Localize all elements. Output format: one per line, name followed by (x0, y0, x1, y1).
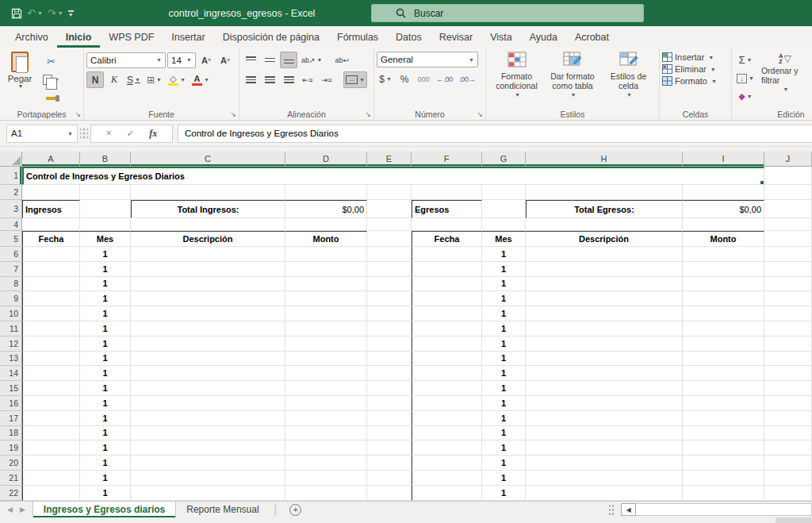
cell-C13[interactable] (131, 352, 285, 367)
cell-E14[interactable] (367, 366, 412, 381)
cell-E9[interactable] (367, 291, 412, 306)
number-format-combo[interactable]: General▼ (377, 52, 478, 67)
font-family-combo[interactable]: Calibri▼ (86, 52, 166, 68)
cell-J21[interactable] (764, 471, 812, 486)
orientation-button[interactable]: ab↗▼ (299, 52, 325, 68)
cell-D14[interactable] (285, 366, 367, 381)
cell-F8[interactable] (412, 277, 482, 292)
cell-B5[interactable]: Mes (80, 231, 131, 247)
cell-C4[interactable] (131, 218, 285, 231)
cell-C14[interactable] (131, 366, 285, 381)
cell-I16[interactable] (683, 396, 764, 411)
fill-color-button[interactable]: ◇▼ (166, 71, 188, 88)
column-header-A[interactable]: A (22, 152, 80, 167)
cell-G15[interactable]: 1 (482, 381, 526, 396)
cell-E19[interactable] (367, 440, 412, 456)
cell-J11[interactable] (764, 321, 812, 336)
cell-D21[interactable] (285, 471, 367, 486)
conditional-format-button[interactable]: Formato condicional▼ (489, 52, 545, 107)
cell-G12[interactable]: 1 (482, 336, 526, 352)
cell-J6[interactable] (764, 247, 812, 262)
column-header-H[interactable]: H (526, 152, 683, 167)
cell-I4[interactable] (683, 218, 764, 231)
cell-A20[interactable] (22, 456, 80, 471)
cell-J10[interactable] (764, 306, 812, 321)
cell-D12[interactable] (285, 336, 367, 352)
cell-J2[interactable] (764, 185, 812, 200)
cell-J15[interactable] (764, 381, 812, 396)
cell-D20[interactable] (285, 456, 367, 471)
row-header-14[interactable]: 14 (0, 366, 22, 381)
cell-D7[interactable] (285, 262, 367, 277)
cell-B10[interactable]: 1 (80, 306, 131, 321)
cell-H10[interactable] (526, 306, 683, 321)
paste-button[interactable]: Pegar ▼ (2, 52, 37, 107)
bold-button[interactable]: N (86, 71, 104, 88)
cell-G6[interactable]: 1 (482, 247, 526, 262)
formula-bar-splitter[interactable] (80, 127, 88, 140)
cell-D5[interactable]: Monto (285, 231, 367, 247)
row-header-13[interactable]: 13 (0, 352, 22, 367)
cell-I18[interactable] (683, 426, 764, 441)
cell-E16[interactable] (367, 396, 412, 411)
dialog-launcher-icon[interactable]: ↘ (477, 110, 483, 118)
cell-G19[interactable]: 1 (482, 440, 526, 456)
cell-D13[interactable] (285, 352, 367, 367)
column-header-C[interactable]: C (131, 152, 285, 167)
cell-C16[interactable] (131, 396, 285, 411)
cell-F16[interactable] (412, 396, 482, 411)
italic-button[interactable]: K (105, 71, 123, 88)
format-painter-button[interactable] (40, 90, 62, 106)
cell-H17[interactable] (526, 411, 683, 426)
scrollbar-splitter-handle[interactable] (608, 504, 615, 515)
cell-G18[interactable]: 1 (482, 426, 526, 441)
cell-B19[interactable]: 1 (80, 440, 131, 456)
cell-D6[interactable] (285, 247, 367, 262)
cell-H6[interactable] (526, 247, 683, 262)
row-header-12[interactable]: 12 (0, 336, 22, 352)
tab-archivo[interactable]: Archivo (6, 26, 57, 48)
cell-B9[interactable]: 1 (80, 291, 131, 306)
cell-D10[interactable] (285, 306, 367, 321)
accept-entry-button[interactable]: ✓ (126, 128, 134, 139)
clear-button[interactable]: ◆▼ (734, 88, 756, 105)
cell-E22[interactable] (367, 486, 412, 501)
cell-E15[interactable] (367, 381, 412, 396)
cell-A22[interactable] (22, 486, 80, 501)
cell-G7[interactable]: 1 (482, 262, 526, 277)
cell-J3[interactable] (764, 200, 812, 218)
cell-A13[interactable] (22, 352, 80, 367)
cell-D9[interactable] (285, 291, 367, 306)
column-header-J[interactable]: J (764, 152, 812, 167)
cell-G8[interactable]: 1 (482, 277, 526, 292)
row-header-3[interactable]: 3 (0, 200, 22, 218)
wrap-text-button[interactable]: ab↩ (333, 52, 352, 68)
cell-F2[interactable] (412, 185, 482, 200)
cell-G16[interactable]: 1 (482, 396, 526, 411)
sheet-tab-active[interactable]: Ingresos y Egresos diarios (33, 502, 176, 517)
formula-input[interactable]: Control de Ingresos y Egresos Diarios (178, 125, 812, 143)
cell-E18[interactable] (367, 426, 412, 441)
row-header-5[interactable]: 5 (0, 231, 22, 247)
cell-G17[interactable]: 1 (482, 411, 526, 426)
align-middle-button[interactable] (261, 52, 278, 68)
cell-B22[interactable]: 1 (80, 486, 131, 501)
tab-wps-pdf[interactable]: WPS PDF (100, 26, 163, 48)
cell-A16[interactable] (22, 396, 80, 411)
row-header-1[interactable]: 1 (0, 167, 22, 185)
cell-F14[interactable] (412, 366, 482, 381)
cell-I12[interactable] (683, 336, 764, 352)
cell-F9[interactable] (412, 291, 482, 306)
align-left-button[interactable] (242, 71, 259, 88)
cell-B13[interactable]: 1 (80, 352, 131, 367)
cell-D4[interactable] (285, 218, 367, 231)
cell-D11[interactable] (285, 321, 367, 336)
cell-G21[interactable]: 1 (482, 471, 526, 486)
cell-H12[interactable] (526, 336, 683, 352)
cell-A11[interactable] (22, 321, 80, 336)
cell-B6[interactable]: 1 (80, 247, 131, 262)
currency-format-button[interactable]: $▼ (377, 71, 394, 87)
cell-E8[interactable] (367, 277, 412, 292)
column-header-D[interactable]: D (285, 152, 367, 167)
copy-button[interactable]: ▼ (40, 71, 62, 88)
